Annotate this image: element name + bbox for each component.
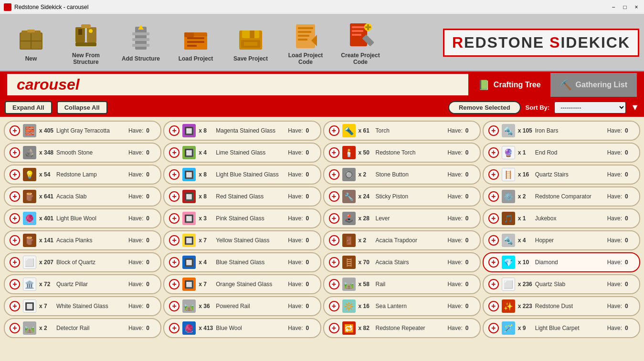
close-button[interactable]: ×	[633, 3, 640, 11]
minimize-button[interactable]: −	[610, 3, 617, 11]
add-item-button[interactable]: +	[488, 147, 499, 158]
add-item-button[interactable]: +	[169, 235, 179, 246]
item-count: x 8	[199, 127, 213, 134]
item-row: + 🔁 x 82 Redstone Repeater Have: 0	[323, 318, 481, 338]
expand-all-button[interactable]: Expand All	[5, 101, 52, 114]
item-have-value: 0	[625, 259, 634, 266]
add-item-button[interactable]: +	[10, 191, 20, 202]
add-item-button[interactable]: +	[169, 213, 179, 224]
add-item-button[interactable]: +	[169, 191, 179, 202]
save-project-icon	[235, 23, 266, 53]
add-item-button[interactable]: +	[169, 125, 179, 136]
add-item-button[interactable]: +	[10, 169, 20, 180]
item-row: + 🧶 x 413 Blue Wool Have: 0	[163, 318, 321, 338]
add-item-button[interactable]: +	[488, 279, 499, 289]
item-icon: 🔲	[182, 146, 196, 159]
item-count: x 16	[359, 303, 373, 309]
window-title: Redstone Sidekick - carousel	[14, 4, 610, 10]
add-item-button[interactable]: +	[169, 323, 179, 333]
item-count: x 1	[518, 215, 532, 222]
item-have-label: Have:	[607, 325, 622, 331]
toolbar-new-from-structure[interactable]: New From Structure	[60, 19, 112, 66]
item-have-value: 0	[465, 237, 475, 244]
tab-buttons: 📗 Crafting Tree ⛏️ Gathering List	[468, 73, 637, 97]
add-item-button[interactable]: +	[169, 169, 179, 180]
add-item-button[interactable]: +	[488, 301, 499, 311]
item-row: + 🔩 x 4 Hopper Have: 0	[483, 230, 640, 250]
item-row: + 🔲 x 4 Blue Stained Glass Have: 0	[163, 252, 321, 272]
item-row: + 🔮 x 1 End Rod Have: 0	[483, 143, 640, 163]
maximize-button[interactable]: □	[621, 3, 629, 11]
item-row: + 🔲 x 8 Light Blue Stained Glass Have: 0	[163, 165, 321, 185]
item-have-label: Have:	[447, 281, 462, 288]
add-item-button[interactable]: +	[329, 279, 339, 289]
add-item-button[interactable]: +	[488, 213, 499, 224]
add-item-button[interactable]: +	[488, 323, 499, 333]
add-item-button[interactable]: +	[10, 235, 20, 246]
add-item-button[interactable]: +	[10, 301, 20, 311]
item-name: Jukebox	[535, 215, 604, 222]
item-name: Redstone Repeater	[376, 325, 445, 331]
toolbar-save-project[interactable]: Save Project	[224, 19, 277, 66]
add-item-button[interactable]: +	[488, 125, 499, 136]
toolbar-load-project-code[interactable]: Load Project Code	[279, 19, 332, 66]
add-item-button[interactable]: +	[488, 191, 499, 202]
item-icon: 🛤️	[182, 299, 196, 313]
item-icon: 💎	[502, 256, 515, 269]
item-have-label: Have:	[447, 215, 462, 222]
add-item-button[interactable]: +	[10, 257, 20, 268]
item-have-label: Have:	[128, 259, 143, 266]
add-item-button[interactable]: +	[169, 301, 179, 311]
item-row: + 🔲 x 7 Yellow Stained Glass Have: 0	[163, 230, 321, 250]
item-count: x 2	[518, 193, 532, 200]
add-item-button[interactable]: +	[329, 147, 339, 158]
add-item-button[interactable]: +	[10, 279, 20, 289]
svg-rect-22	[187, 45, 197, 47]
add-item-button[interactable]: +	[488, 257, 499, 268]
add-item-button[interactable]: +	[329, 125, 339, 136]
add-item-button[interactable]: +	[488, 169, 499, 180]
sort-direction-icon[interactable]: ▼	[631, 103, 639, 113]
item-have-label: Have:	[288, 215, 303, 222]
item-icon: 🪜	[342, 256, 356, 269]
toolbar-new[interactable]: New	[5, 19, 57, 66]
add-item-button[interactable]: +	[329, 191, 339, 202]
item-count: x 54	[39, 171, 53, 178]
add-item-button[interactable]: +	[169, 279, 179, 289]
item-row: + 🛤️ x 2 Detector Rail Have: 0	[4, 318, 161, 338]
add-item-button[interactable]: +	[10, 125, 20, 136]
item-have-label: Have:	[447, 193, 462, 200]
item-icon: 🔮	[502, 146, 515, 159]
add-item-button[interactable]: +	[169, 147, 179, 158]
add-item-button[interactable]: +	[169, 257, 179, 268]
add-item-button[interactable]: +	[329, 169, 339, 180]
toolbar-create-project-code[interactable]: Create Project Code	[334, 19, 387, 66]
remove-selected-button[interactable]: Remove Selected	[448, 101, 521, 114]
item-name: Quartz Pillar	[56, 281, 126, 288]
add-item-button[interactable]: +	[10, 213, 20, 224]
new-icon	[16, 23, 46, 53]
toolbar-add-structure[interactable]: Add Structure	[115, 19, 167, 66]
item-have-value: 0	[306, 193, 316, 200]
add-item-button[interactable]: +	[329, 257, 339, 268]
collapse-all-button[interactable]: Collapse All	[57, 101, 107, 114]
add-item-button[interactable]: +	[10, 323, 20, 333]
add-item-button[interactable]: +	[329, 323, 339, 333]
add-item-button[interactable]: +	[488, 235, 499, 246]
sort-select[interactable]: ---------- Name Count Have	[554, 102, 626, 113]
add-item-button[interactable]: +	[329, 235, 339, 246]
item-row: + 🕯️ x 50 Redstone Torch Have: 0	[323, 143, 481, 163]
item-have-label: Have:	[128, 215, 143, 222]
add-item-button[interactable]: +	[329, 213, 339, 224]
load-project-label: Load Project	[179, 55, 213, 62]
tab-gathering-list[interactable]: ⛏️ Gathering List	[550, 73, 637, 97]
item-name: Detector Rail	[56, 325, 126, 331]
add-item-button[interactable]: +	[10, 147, 20, 158]
item-icon: 🏛️	[23, 278, 36, 291]
item-icon: 🔲	[182, 278, 196, 291]
item-row: + 🧱 x 405 Light Gray Terracotta Have: 0	[4, 121, 161, 141]
item-name: Smooth Stone	[56, 149, 126, 156]
toolbar-load-project[interactable]: Load Project	[169, 19, 222, 66]
add-item-button[interactable]: +	[329, 301, 339, 311]
tab-crafting-tree[interactable]: 📗 Crafting Tree	[468, 73, 550, 97]
